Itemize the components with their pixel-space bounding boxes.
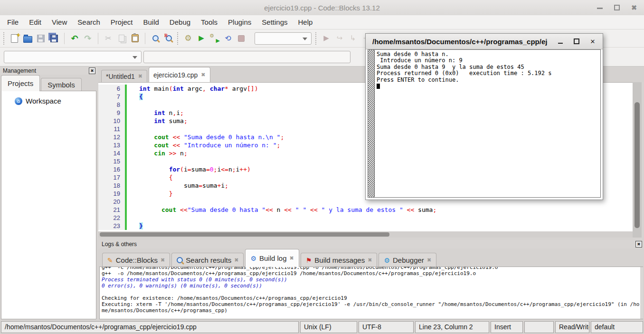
symbol-function-box[interactable] (143, 51, 350, 63)
status-cell-2: UTF-8 (359, 321, 414, 333)
logs-title: Logs & others (102, 241, 137, 248)
tab-close-icon[interactable]: ✖ (234, 257, 238, 263)
code-text: } (127, 222, 143, 230)
editor-tab-ejercicio19cpp[interactable]: ejercicio19.cpp✖ (149, 67, 210, 82)
flag-icon: ⚑ (306, 257, 312, 264)
tree-item-label: Workspace (26, 97, 61, 105)
tab-close-icon[interactable]: ✖ (201, 72, 205, 78)
next-line-icon[interactable]: ↳ (347, 32, 359, 45)
log-tab-label: Debugger (393, 256, 424, 264)
management-close-icon[interactable]: ✖ (89, 67, 95, 74)
tab-symbols[interactable]: Symbols (41, 78, 82, 91)
menu-debug[interactable]: Debug (164, 15, 196, 29)
editor-hscroll-thumb[interactable] (100, 232, 389, 237)
menu-plugins[interactable]: Plugins (223, 15, 256, 29)
save-icon[interactable] (35, 32, 47, 45)
code-text (127, 125, 139, 133)
window-title: ejercicio19.cpp - Code::Blocks 13.12 (264, 4, 379, 12)
minimize-icon[interactable] (597, 4, 603, 11)
log-tab-build-log[interactable]: ⚙Build log✖ (245, 249, 299, 267)
save-all-icon[interactable] (48, 32, 60, 45)
tab-projects[interactable]: Projects (1, 75, 40, 91)
menu-tools[interactable]: Tools (196, 15, 223, 29)
editor-tab-untitled1[interactable]: *Untitled1✖ (101, 70, 147, 82)
toolbar-grip[interactable] (315, 32, 318, 45)
run-icon[interactable]: ▶ (195, 32, 208, 45)
menu-edit[interactable]: Edit (24, 15, 47, 29)
log-tab-build-messages[interactable]: ⚑Build messages✖ (301, 253, 378, 267)
copy-icon[interactable] (115, 32, 128, 45)
line-number: 13 (98, 141, 125, 149)
console-maximize-icon[interactable] (573, 38, 580, 45)
log-tab-code--blocks[interactable]: ✎Code::Blocks✖ (102, 253, 170, 267)
search-icon (177, 257, 183, 263)
abort-icon[interactable] (235, 32, 247, 45)
build-target-combo[interactable] (255, 32, 312, 45)
paste-icon[interactable] (129, 32, 141, 45)
menu-help[interactable]: Help (293, 15, 318, 29)
tab-close-icon[interactable]: ✖ (138, 73, 142, 79)
debug-continue-icon[interactable]: ▶ (320, 32, 332, 45)
maximize-icon[interactable] (614, 4, 620, 11)
console-line: Press ENTER to continue. (377, 77, 551, 83)
management-tabs: ProjectsSymbols (1, 75, 97, 91)
log-tab-search-results[interactable]: Search results✖ (171, 253, 244, 267)
tree-item-workspace[interactable]: ⌂Workspace (15, 97, 96, 105)
status-cell-7: default (591, 321, 643, 333)
tab-close-icon[interactable]: ✖ (427, 257, 431, 263)
tab-close-icon[interactable]: ✖ (290, 255, 294, 261)
tab-close-icon[interactable]: ✖ (368, 257, 372, 263)
console-close-icon[interactable]: ✕ (589, 38, 596, 45)
close-icon[interactable]: ✖ (631, 4, 637, 11)
logs-caption: Logs & others ✖ (98, 240, 644, 248)
undo-icon[interactable]: ↶ (68, 32, 81, 45)
toolbar-grip[interactable] (3, 32, 6, 45)
window-titlebar: ejercicio19.cpp - Code::Blocks 13.12 ✖ (0, 0, 644, 16)
open-file-icon[interactable] (21, 32, 34, 45)
find-icon[interactable] (149, 32, 161, 45)
tab-close-icon[interactable]: ✖ (161, 257, 165, 263)
logs-close-icon[interactable]: ✖ (635, 241, 642, 248)
log-tab-label: Build log (259, 254, 287, 262)
redo-icon[interactable]: ↷ (82, 32, 94, 45)
build-and-run-icon[interactable]: ⚙▶ (208, 32, 221, 45)
editor-tab-label: *Untitled1 (106, 73, 135, 80)
logs-tab-bar: ✎Code::Blocks✖Search results✖⚙Build log✖… (98, 248, 644, 267)
code-line: 22 (98, 214, 633, 222)
console-window[interactable]: /home/msantos/Documentos/c++/programas_c… (365, 33, 603, 200)
status-cell-0: /home/msantos/Documentos/c++/programas_c… (1, 321, 299, 333)
line-number: 7 (98, 93, 125, 101)
console-titlebar[interactable]: /home/msantos/Documentos/c++/programas_c… (366, 34, 603, 49)
console-line: Introduce un número n: 9 (377, 57, 551, 64)
new-file-icon[interactable] (8, 32, 20, 45)
toolbar-grip[interactable] (177, 32, 180, 45)
build-log-clipped-line: g++ -c /home/msantos/Documentos/c++/prog… (102, 267, 641, 270)
line-number: 11 (98, 125, 125, 133)
symbol-scope-combo[interactable] (4, 51, 142, 63)
status-bar: /home/msantos/Documentos/c++/programas_c… (0, 321, 644, 333)
menu-file[interactable]: File (2, 15, 24, 29)
menu-build[interactable]: Build (138, 15, 164, 29)
status-cell-4: Insert (491, 321, 523, 333)
menu-search[interactable]: Search (72, 15, 105, 29)
build-icon[interactable]: ⚙ (182, 32, 194, 45)
menu-view[interactable]: View (47, 15, 72, 29)
editor-hscrollbar[interactable] (98, 231, 633, 238)
console-minimize-icon[interactable] (557, 38, 564, 45)
menu-settings[interactable]: Settings (256, 15, 293, 29)
console-scrollbar[interactable] (368, 50, 375, 197)
editor-vscrollbar[interactable] (633, 82, 642, 238)
console-title: /home/msantos/Documentos/c++/programas_c… (372, 38, 548, 46)
code-text: cout <<"Suma desde 0 hasta "<< n << " " … (127, 206, 436, 214)
line-number: 20 (98, 198, 125, 206)
cut-icon[interactable]: ✂ (102, 32, 114, 45)
line-number: 8 (98, 101, 125, 109)
log-tab-debugger[interactable]: ⚙Debugger✖ (379, 253, 436, 267)
rebuild-icon[interactable]: ⟲ (222, 32, 234, 45)
menu-project[interactable]: Project (105, 15, 138, 29)
log-vscrollbar[interactable] (640, 267, 643, 319)
run-to-cursor-icon[interactable]: ↪ (333, 32, 346, 45)
replace-icon[interactable]: R (162, 32, 175, 45)
code-text (127, 157, 139, 165)
editor-vscroll-thumb[interactable] (635, 102, 640, 228)
